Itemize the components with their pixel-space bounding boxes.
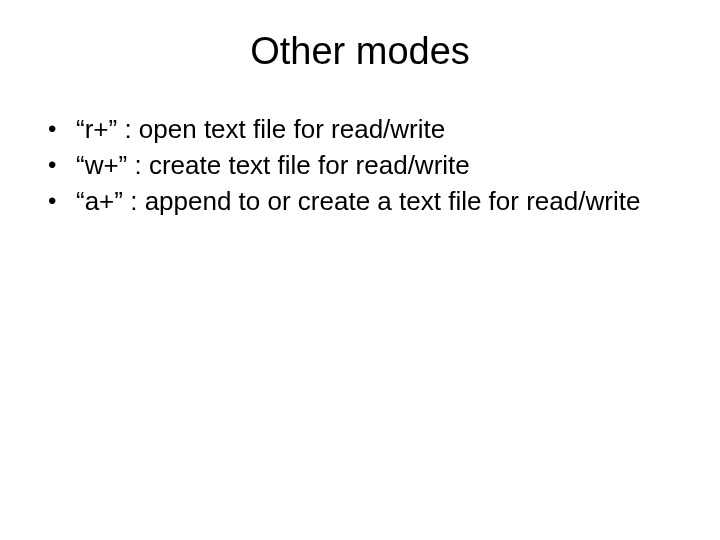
- bullet-list: “r+” : open text file for read/write “w+…: [42, 113, 678, 218]
- bullet-item: “a+” : append to or create a text file f…: [42, 185, 678, 219]
- bullet-item: “w+” : create text file for read/write: [42, 149, 678, 183]
- bullet-item: “r+” : open text file for read/write: [42, 113, 678, 147]
- slide-title: Other modes: [42, 30, 678, 73]
- slide-container: Other modes “r+” : open text file for re…: [0, 0, 720, 540]
